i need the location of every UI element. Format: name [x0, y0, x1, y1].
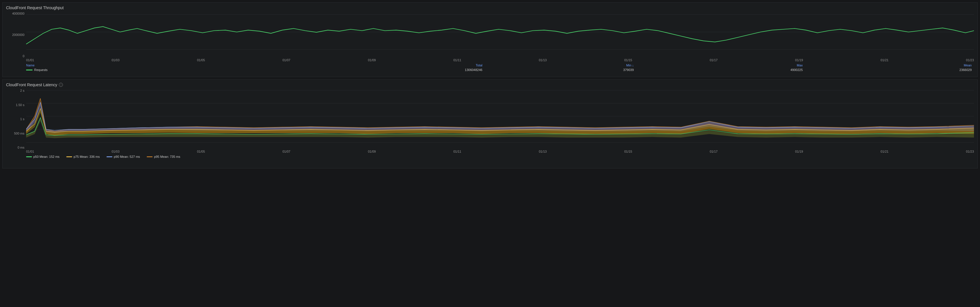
legend-p95: p95 Mean: 735 ms — [147, 155, 180, 158]
throughput-y-axis: 4000000 2000000 0 — [6, 12, 26, 58]
legend-p50: p50 Mean: 152 ms — [26, 155, 59, 158]
p95-legend-dot — [147, 157, 153, 157]
throughput-chart-svg — [26, 12, 974, 55]
latency-title: CloudFront Request Latency i — [6, 83, 974, 87]
col-max[interactable]: Max — [636, 63, 805, 67]
p90-legend-dot — [107, 157, 112, 157]
requests-min: 379039 — [485, 67, 636, 72]
requests-mean: 2366029 — [805, 67, 974, 72]
latency-panel: CloudFront Request Latency i 2 s 1.50 s … — [2, 79, 978, 168]
requests-max: 4900225 — [636, 67, 805, 72]
throughput-panel: CloudFront Request Throughput 4000000 20… — [2, 2, 978, 77]
throughput-chart-area — [26, 12, 974, 58]
col-min[interactable]: Min ↓ — [485, 63, 636, 67]
throughput-x-axis: 01/01 01/03 01/05 01/07 01/09 01/11 01/1… — [26, 58, 974, 62]
latency-y-axis: 2 s 1.50 s 1 s 500 ms 0 ms — [6, 89, 26, 149]
table-row: Requests 1306048246 379039 4900225 23660… — [26, 67, 974, 72]
requests-label: Requests — [34, 68, 48, 72]
latency-chart-svg — [26, 89, 974, 146]
col-total[interactable]: Total — [263, 63, 485, 67]
p75-legend-dot — [66, 157, 72, 157]
svg-marker-9 — [26, 104, 974, 133]
throughput-title-text: CloudFront Request Throughput — [6, 5, 64, 10]
svg-marker-10 — [26, 109, 974, 135]
throughput-legend-table: Name Total Min ↓ Max Mean Requests 13060… — [26, 63, 974, 72]
p50-label: p50 Mean: 152 ms — [33, 155, 59, 158]
col-mean[interactable]: Mean — [805, 63, 974, 67]
requests-legend-line — [26, 70, 32, 70]
p95-label: p95 Mean: 735 ms — [154, 155, 180, 158]
p50-legend-dot — [26, 157, 32, 157]
latency-x-axis: 01/01 01/03 01/05 01/07 01/09 01/11 01/1… — [26, 149, 974, 153]
legend-p75: p75 Mean: 336 ms — [66, 155, 100, 158]
throughput-title: CloudFront Request Throughput — [6, 5, 974, 10]
latency-legend: p50 Mean: 152 ms p75 Mean: 336 ms p90 Me… — [6, 153, 974, 158]
legend-p90: p90 Mean: 527 ms — [107, 155, 140, 158]
latency-chart-area — [26, 89, 974, 149]
requests-total: 1306048246 — [263, 67, 485, 72]
col-name[interactable]: Name — [26, 63, 263, 67]
p75-label: p75 Mean: 336 ms — [73, 155, 100, 158]
info-icon[interactable]: i — [59, 83, 63, 87]
p90-label: p90 Mean: 527 ms — [114, 155, 140, 158]
latency-title-text: CloudFront Request Latency — [6, 83, 57, 87]
